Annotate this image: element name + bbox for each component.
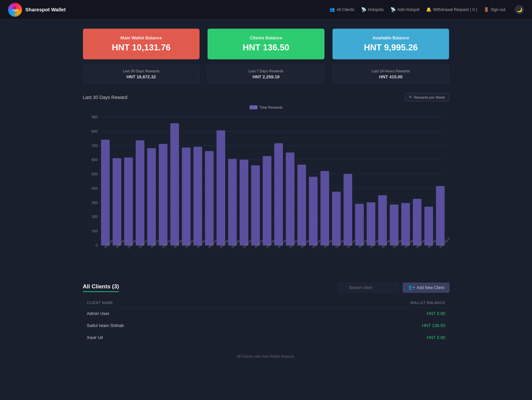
svg-rect-40 (205, 151, 213, 245)
last7-value: HNT 2,259.19 (215, 74, 317, 79)
svg-text:300: 300 (91, 201, 97, 205)
chart-section: Last 30 Days Reward ↻ Rewards per Week T… (83, 93, 449, 272)
app-title: Sharespot Wallet (25, 7, 66, 12)
svg-text:100: 100 (91, 229, 97, 233)
svg-rect-72 (390, 205, 398, 245)
svg-rect-36 (182, 148, 190, 245)
navbar: share Sharespot Wallet 👥 All Clients 📡 H… (0, 0, 532, 19)
nav-hotspots[interactable]: 📡 Hotspots (361, 7, 384, 12)
theme-toggle-button[interactable]: 🌙 (515, 5, 524, 14)
svg-rect-64 (343, 174, 352, 245)
svg-text:share: share (12, 9, 18, 11)
sign-out-icon: 🚪 (484, 7, 489, 12)
client-balance-cell: HNT 136.50 (270, 320, 449, 332)
clients-header: All Clients (3) 🔍 👤+ Add New Client (83, 283, 449, 293)
chart-title: Last 30 Days Reward (83, 95, 128, 100)
svg-text:200: 200 (91, 215, 97, 219)
svg-rect-38 (194, 147, 202, 245)
svg-rect-68 (367, 203, 375, 245)
clients-title: All Clients (3) (83, 283, 119, 292)
client-name-cell: Saiful Islam Shihab (83, 320, 270, 332)
svg-rect-48 (251, 165, 260, 245)
nav-sign-out[interactable]: 🚪 Sign out (484, 7, 505, 12)
search-wrap: 🔍 (339, 283, 399, 292)
nav-withdrawal[interactable]: 🔔 Withdrawal Request ( 0 ) (426, 7, 477, 12)
nav-links: 👥 All Clients 📡 Hotspots 📡 Add Hotspot 🔔… (329, 5, 524, 14)
svg-rect-44 (228, 159, 237, 245)
table-footer: All Clients with their Wallet Balance. (83, 350, 449, 362)
chart-legend: Total Rewards (83, 105, 449, 109)
nav-all-clients[interactable]: 👥 All Clients (329, 7, 354, 12)
clients-table: CLIENT NAME WALLET BALANCE Admin User HN… (83, 298, 449, 344)
client-balance-cell: HNT 0.00 (270, 308, 449, 320)
clients-section: All Clients (3) 🔍 👤+ Add New Client CLIE… (83, 283, 449, 362)
svg-text:900: 900 (91, 115, 97, 119)
svg-rect-32 (159, 144, 167, 245)
rewards-row: Last 30 Days Rewards HNT 16,672.32 Last … (83, 65, 449, 84)
clients-balance-value: HNT 136.50 (216, 42, 316, 53)
svg-rect-76 (413, 199, 421, 245)
svg-rect-60 (320, 171, 329, 245)
add-new-client-button[interactable]: 👤+ Add New Client (403, 283, 449, 293)
chart-container: 01002003004005006007008009002021-05-0920… (83, 112, 449, 272)
svg-rect-74 (401, 203, 410, 245)
table-header-row: CLIENT NAME WALLET BALANCE (83, 298, 449, 308)
add-icon: 👤+ (408, 285, 415, 290)
clients-actions: 🔍 👤+ Add New Client (339, 283, 449, 293)
table-row: Admin User HNT 0.00 (83, 308, 449, 320)
client-name-cell: Xavir Uil (83, 332, 270, 344)
svg-rect-70 (378, 195, 386, 245)
legend-box (250, 105, 258, 109)
svg-rect-42 (217, 131, 225, 245)
main-wallet-value: HNT 10,131.76 (91, 42, 192, 53)
last7-reward-card: Last 7 Days Rewards HNT 2,259.19 (208, 65, 324, 84)
svg-rect-28 (136, 141, 144, 245)
clients-balance-card: Clients Balance HNT 136.50 (208, 29, 324, 59)
svg-rect-24 (113, 158, 121, 245)
last7-title: Last 7 Days Rewards (215, 69, 317, 73)
svg-rect-58 (309, 177, 317, 245)
brand: share Sharespot Wallet (8, 3, 66, 17)
last24-title: Last 24 Hours Rewards (339, 69, 442, 73)
balance-row: Main Wallet Balance HNT 10,131.76 Client… (83, 29, 449, 59)
legend-label: Total Rewards (260, 105, 283, 109)
logo: share (8, 3, 22, 17)
chart-svg: 01002003004005006007008009002021-05-0920… (83, 112, 449, 272)
clients-balance-title: Clients Balance (216, 35, 316, 40)
svg-rect-62 (332, 192, 340, 245)
nav-add-hotspot[interactable]: 📡 Add Hotspot (390, 7, 419, 12)
available-balance-card: Available Balance HNT 9,995.26 (332, 29, 449, 59)
client-name-cell: Admin User (83, 308, 270, 320)
last30-value: HNT 16,672.32 (90, 74, 193, 79)
svg-rect-66 (355, 204, 363, 245)
svg-text:600: 600 (91, 158, 97, 162)
available-balance-value: HNT 9,995.26 (340, 42, 441, 53)
col-client-name: CLIENT NAME (83, 298, 270, 308)
svg-rect-78 (424, 207, 433, 246)
svg-rect-54 (286, 153, 294, 245)
main-wallet-card: Main Wallet Balance HNT 10,131.76 (83, 29, 200, 59)
last30-title: Last 30 Days Rewards (90, 69, 193, 73)
last24-reward-card: Last 24 Hours Rewards HNT 415.00 (332, 65, 449, 84)
available-balance-title: Available Balance (340, 35, 441, 40)
main-wallet-title: Main Wallet Balance (91, 35, 192, 40)
svg-text:800: 800 (91, 129, 97, 133)
refresh-icon: ↻ (409, 95, 412, 99)
svg-text:700: 700 (91, 144, 97, 148)
clients-icon: 👥 (329, 7, 335, 12)
last24-value: HNT 415.00 (339, 74, 442, 79)
chart-header: Last 30 Days Reward ↻ Rewards per Week (83, 93, 449, 101)
svg-rect-30 (147, 148, 156, 245)
svg-rect-56 (297, 165, 306, 245)
table-row: Saiful Islam Shihab HNT 136.50 (83, 320, 449, 332)
withdrawal-icon: 🔔 (426, 7, 431, 12)
svg-text:500: 500 (91, 172, 97, 176)
svg-rect-22 (101, 140, 109, 245)
add-hotspot-icon: 📡 (390, 7, 396, 12)
search-input[interactable] (339, 283, 399, 292)
svg-rect-26 (124, 158, 133, 245)
last30-reward-card: Last 30 Days Rewards HNT 16,672.32 (83, 65, 200, 84)
hotspot-icon: 📡 (361, 7, 366, 12)
svg-rect-34 (170, 123, 179, 245)
rewards-per-week-button[interactable]: ↻ Rewards per Week (405, 93, 449, 101)
